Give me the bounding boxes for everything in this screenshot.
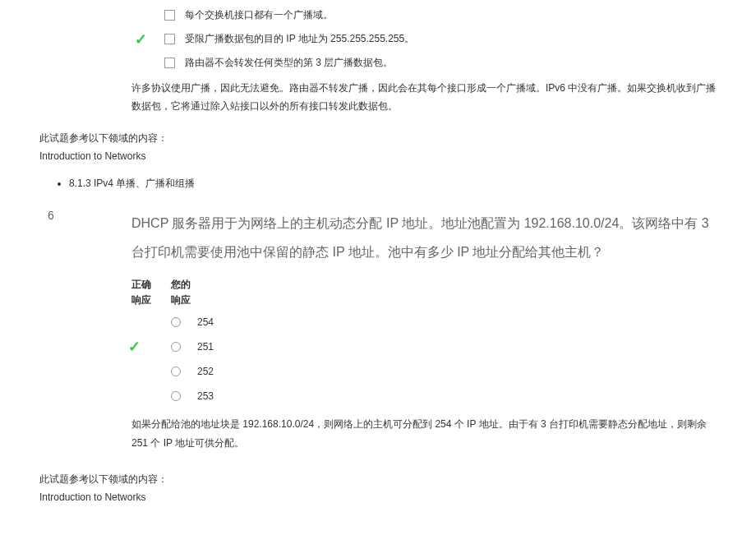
q6-option-4: 253 [171,390,723,402]
radio-icon[interactable] [171,391,181,401]
checkbox-icon[interactable] [164,34,175,44]
reference-content: Introduction to Networks [39,491,723,503]
check-icon: ✓ [135,30,147,48]
option-text: 路由器不会转发任何类型的第 3 层广播数据包。 [185,56,393,70]
option-text: 252 [197,366,214,377]
check-icon: ✓ [128,338,141,356]
header-your: 您的 响应 [171,277,210,308]
question-6: 6 DHCP 服务器用于为网络上的主机动态分配 IP 地址。地址池配置为 192… [33,209,723,452]
q5-option-2: ✓ 受限广播数据包的目的 IP 地址为 255.255.255.255。 [164,32,723,46]
q5-explanation: 许多协议使用广播，因此无法避免。路由器不转发广播，因此会在其每个接口形成一个广播… [131,80,723,115]
answer-header: 正确 响应 您的 响应 [131,277,723,308]
reference-bullet: 8.1.3 IPv4 单播、广播和组播 [69,177,723,191]
radio-icon[interactable] [171,317,181,327]
option-text: 254 [197,316,214,328]
checkbox-icon[interactable] [164,10,175,21]
q6-option-2: ✓ 251 [171,341,723,353]
reference-title: 此试题参考以下领域的内容： [39,131,723,145]
radio-icon[interactable] [171,342,181,352]
reference-section-2: 此试题参考以下领域的内容： Introduction to Networks [39,473,723,503]
q6-option-3: 252 [171,366,723,377]
radio-icon[interactable] [171,367,181,376]
q5-option-1: 每个交换机接口都有一个广播域。 [164,8,723,22]
q5-option-3: 路由器不会转发任何类型的第 3 层广播数据包。 [164,56,723,70]
option-text: 每个交换机接口都有一个广播域。 [185,8,333,22]
q6-explanation: 如果分配给池的地址块是 192.168.10.0/24，则网络上的主机可分配到 … [131,415,723,453]
reference-section-1: 此试题参考以下领域的内容： Introduction to Networks 8… [39,131,723,191]
option-text: 受限广播数据包的目的 IP 地址为 255.255.255.255。 [185,32,414,46]
option-text: 253 [197,390,214,402]
reference-title: 此试题参考以下领域的内容： [39,473,723,487]
option-text: 251 [197,341,214,353]
checkbox-icon[interactable] [164,58,175,68]
reference-content: Introduction to Networks [39,150,723,162]
header-correct: 正确 响应 [131,277,171,308]
q6-option-1: 254 [171,316,723,328]
question-text: DHCP 服务器用于为网络上的主机动态分配 IP 地址。地址池配置为 192.1… [131,209,723,266]
question-number: 6 [48,209,54,222]
